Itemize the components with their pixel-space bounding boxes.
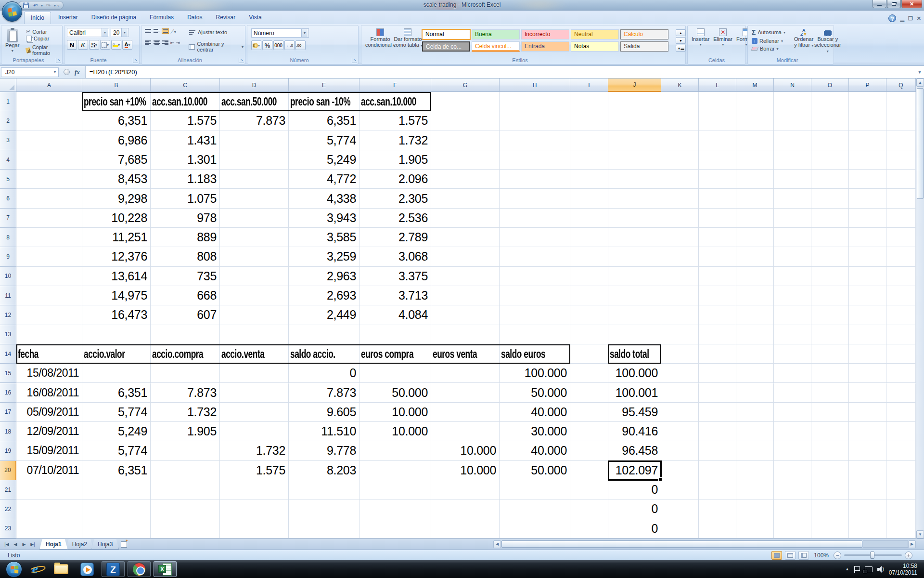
vertical-scroll-thumb[interactable]: [917, 88, 924, 199]
zoom-in-icon[interactable]: +: [905, 552, 912, 559]
cell-E10[interactable]: 2,963: [289, 267, 359, 286]
taskbar-windows-explorer[interactable]: [50, 561, 73, 577]
cell-D6[interactable]: [220, 189, 289, 209]
cell-A20[interactable]: 07/10/2011: [16, 461, 82, 480]
cell-E6[interactable]: 4,338: [289, 189, 359, 209]
cell-L23[interactable]: [699, 519, 736, 539]
cell-P9[interactable]: [849, 247, 886, 266]
cell-F13[interactable]: [359, 325, 431, 344]
cell-J8[interactable]: [608, 228, 661, 247]
cell-H2[interactable]: [500, 111, 570, 131]
cell-I1[interactable]: [570, 92, 608, 111]
cell-L9[interactable]: [699, 247, 736, 266]
cell-B23[interactable]: [82, 519, 151, 539]
cell-N3[interactable]: [774, 131, 811, 150]
cell-B1[interactable]: precio san +10%: [82, 92, 151, 111]
cell-H13[interactable]: [500, 325, 570, 344]
cell-N23[interactable]: [774, 519, 811, 539]
cell-L13[interactable]: [699, 325, 736, 344]
cell-B13[interactable]: [82, 325, 151, 344]
orientation-icon[interactable]: ⟋▾: [170, 28, 176, 35]
cell-F21[interactable]: [359, 480, 431, 499]
cell-A11[interactable]: [16, 286, 82, 305]
cell-H7[interactable]: [500, 209, 570, 228]
cell-G17[interactable]: [431, 403, 500, 422]
cell-M8[interactable]: [736, 228, 774, 247]
cell-K16[interactable]: [661, 383, 699, 403]
cell-G10[interactable]: [431, 267, 500, 286]
cell-M16[interactable]: [736, 383, 774, 403]
cell-E9[interactable]: 3,259: [289, 247, 359, 266]
cell-I17[interactable]: [570, 403, 608, 422]
cell-Q14[interactable]: [886, 344, 916, 364]
cell-O19[interactable]: [811, 441, 849, 460]
taskbar-zune[interactable]: Z: [102, 561, 125, 577]
cell-L7[interactable]: [699, 209, 736, 228]
cell-C15[interactable]: [151, 364, 220, 383]
ribbon-tab-diseño-de-página[interactable]: Diseño de página: [85, 12, 142, 24]
clear-button[interactable]: Borrar▾: [750, 45, 787, 52]
cell-F14[interactable]: euros compra: [359, 344, 431, 364]
cell-I6[interactable]: [570, 189, 608, 209]
column-header-A[interactable]: A: [16, 79, 82, 92]
cell-N18[interactable]: [774, 422, 811, 441]
cell-I14[interactable]: [570, 344, 608, 364]
cell-B12[interactable]: 16,473: [82, 305, 151, 325]
row-header-1[interactable]: 1: [0, 92, 16, 111]
taskbar-media-player[interactable]: [76, 561, 99, 577]
cell-G1[interactable]: [431, 92, 500, 111]
cell-D15[interactable]: [220, 364, 289, 383]
cell-B22[interactable]: [82, 499, 151, 519]
cell-P13[interactable]: [849, 325, 886, 344]
row-header-20[interactable]: 20: [0, 461, 16, 480]
cell-D19[interactable]: 1.732: [220, 441, 289, 460]
cell-M19[interactable]: [736, 441, 774, 460]
thousands-button[interactable]: 000: [273, 40, 283, 50]
cell-C6[interactable]: 1.075: [151, 189, 220, 209]
cell-A14[interactable]: fecha: [16, 344, 82, 364]
cell-style-cálculo[interactable]: Cálculo: [620, 29, 668, 39]
insert-worksheet-tab[interactable]: [117, 539, 130, 550]
row-header-13[interactable]: 13: [0, 325, 16, 344]
cell-D7[interactable]: [220, 209, 289, 228]
cell-J18[interactable]: 90.416: [608, 422, 661, 441]
office-button[interactable]: [2, 1, 22, 22]
cell-K12[interactable]: [661, 305, 699, 325]
row-header-10[interactable]: 10: [0, 267, 16, 286]
cell-P14[interactable]: [849, 344, 886, 364]
cell-O12[interactable]: [811, 305, 849, 325]
cell-A16[interactable]: 16/08/2011: [16, 383, 82, 403]
cell-I5[interactable]: [570, 170, 608, 189]
cell-H10[interactable]: [500, 267, 570, 286]
scroll-up-icon[interactable]: ▲: [916, 79, 924, 87]
cell-B15[interactable]: [82, 364, 151, 383]
cell-Q12[interactable]: [886, 305, 916, 325]
cell-P22[interactable]: [849, 499, 886, 519]
row-header-18[interactable]: 18: [0, 422, 16, 441]
cell-H12[interactable]: [500, 305, 570, 325]
formula-input[interactable]: =H20+(E20*B20): [85, 66, 915, 78]
cell-B14[interactable]: accio.valor: [82, 344, 151, 364]
cell-E3[interactable]: 5,774: [289, 131, 359, 150]
styles-scroll-up[interactable]: ▲: [676, 29, 686, 36]
cell-N20[interactable]: [774, 461, 811, 480]
cell-I9[interactable]: [570, 247, 608, 266]
cell-L15[interactable]: [699, 364, 736, 383]
cell-style-celda-de-co-[interactable]: Celda de co...: [422, 41, 470, 52]
cell-H22[interactable]: [500, 499, 570, 519]
column-header-H[interactable]: H: [500, 79, 570, 92]
cell-A23[interactable]: [16, 519, 82, 539]
cell-F16[interactable]: 50.000: [359, 383, 431, 403]
font-name-combo[interactable]: Calibri▾: [67, 28, 109, 37]
cell-E14[interactable]: saldo accio.: [289, 344, 359, 364]
cell-N16[interactable]: [774, 383, 811, 403]
network-icon[interactable]: [865, 566, 873, 572]
font-size-combo[interactable]: 20▾: [111, 28, 129, 37]
cell-A22[interactable]: [16, 499, 82, 519]
align-top-icon[interactable]: [144, 28, 152, 34]
cell-C1[interactable]: acc.san.10.000: [151, 92, 220, 111]
column-header-I[interactable]: I: [570, 79, 608, 92]
insert-function-icon[interactable]: fx: [73, 68, 85, 76]
cell-L3[interactable]: [699, 131, 736, 150]
cell-I19[interactable]: [570, 441, 608, 460]
